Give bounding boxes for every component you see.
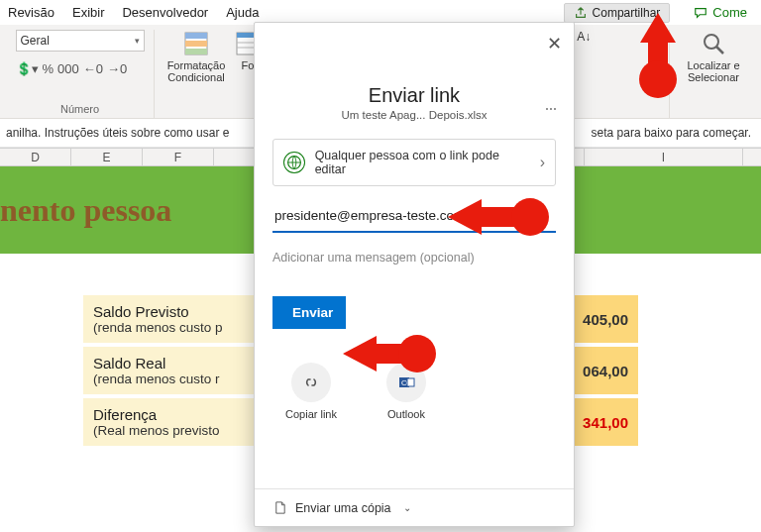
chevron-down-icon: ⌄: [403, 502, 411, 513]
conditional-formatting-icon: [182, 30, 210, 57]
dialog-subtitle: Um teste Apag... Depois.xlsx: [255, 109, 574, 121]
annotation-arrow-share: [639, 13, 677, 98]
annotation-arrow-email: [448, 198, 549, 236]
annotation-arrow-send: [343, 335, 436, 372]
chevron-down-icon: ▾: [135, 36, 140, 46]
globe-icon: [283, 152, 305, 173]
page-icon: [272, 500, 287, 515]
help-text-left: anilha. Instruções úteis sobre como usar…: [6, 126, 229, 140]
send-copy-button[interactable]: Enviar uma cópia ⌄: [255, 488, 574, 526]
svg-point-17: [705, 35, 718, 49]
copy-link-button[interactable]: Copiar link: [280, 363, 342, 420]
col-D[interactable]: D: [0, 149, 71, 165]
col-F[interactable]: F: [143, 149, 214, 165]
sort-filter-button[interactable]: A↓: [577, 30, 591, 48]
svg-rect-22: [407, 378, 414, 386]
conditional-formatting-button[interactable]: Formatação Condicional: [163, 30, 230, 83]
inc-decimal-button[interactable]: ←0: [83, 61, 103, 76]
dialog-more-button[interactable]: ⋯: [545, 102, 558, 116]
send-button[interactable]: Enviar: [272, 296, 346, 329]
dialog-close-button[interactable]: ✕: [547, 33, 562, 54]
tab-desenvolvedor[interactable]: Desenvolvedor: [122, 5, 208, 20]
group-number-label: Número: [60, 102, 99, 118]
svg-rect-1: [185, 33, 207, 39]
thousands-button[interactable]: 000: [57, 61, 79, 76]
tab-ajuda[interactable]: Ajuda: [226, 5, 259, 20]
svg-rect-2: [185, 41, 207, 47]
find-select-button[interactable]: Localizar e Selecionar: [680, 30, 747, 83]
svg-text:O: O: [401, 378, 407, 387]
magnifier-icon: [700, 30, 727, 57]
svg-line-18: [716, 47, 723, 53]
link-permissions-button[interactable]: Qualquer pessoa com o link pode editar ›: [272, 139, 556, 186]
tab-exibir[interactable]: Exibir: [72, 5, 105, 20]
send-link-dialog: ✕ Enviar link Um teste Apag... Depois.xl…: [254, 22, 575, 527]
share-icon: [574, 6, 588, 20]
number-format-combo[interactable]: Geral ▾: [16, 30, 145, 52]
comment-button[interactable]: Come: [688, 3, 753, 22]
number-format-value: Geral: [21, 34, 50, 48]
permission-text: Qualquer pessoa com o link pode editar: [315, 149, 530, 176]
help-text-right: seta para baixo para começar.: [592, 126, 751, 140]
chevron-right-icon: ›: [540, 154, 545, 171]
dialog-title: Enviar link: [255, 84, 574, 107]
comment-label: Come: [712, 5, 747, 20]
dec-decimal-button[interactable]: →0: [107, 61, 127, 76]
svg-rect-3: [185, 49, 207, 54]
currency-button[interactable]: 💲▾: [16, 61, 39, 76]
percent-button[interactable]: %: [43, 61, 54, 76]
tab-revisao[interactable]: Revisão: [8, 5, 54, 20]
col-I[interactable]: I: [585, 149, 743, 165]
col-E[interactable]: E: [71, 149, 143, 165]
link-icon: [291, 363, 331, 402]
message-input[interactable]: Adicionar uma mensagem (opcional): [272, 251, 556, 265]
comment-icon: [694, 6, 707, 20]
